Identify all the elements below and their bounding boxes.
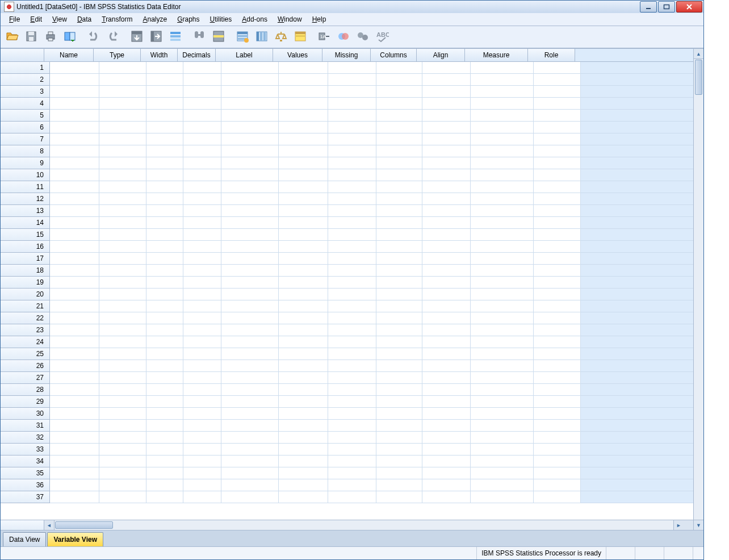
grid-cell[interactable] bbox=[422, 289, 471, 300]
grid-cell[interactable] bbox=[328, 229, 376, 241]
grid-cell[interactable] bbox=[50, 455, 99, 467]
grid-cell[interactable] bbox=[146, 241, 183, 253]
grid-cell[interactable] bbox=[99, 62, 146, 74]
grid-cell[interactable] bbox=[422, 98, 471, 110]
grid-cell[interactable] bbox=[376, 467, 422, 479]
grid-cell[interactable] bbox=[221, 98, 279, 110]
print-button[interactable] bbox=[41, 28, 60, 46]
grid-cell[interactable] bbox=[328, 455, 376, 467]
value-labels-button[interactable]: 1A bbox=[315, 28, 333, 46]
grid-cell[interactable] bbox=[534, 467, 581, 479]
grid-cell[interactable] bbox=[279, 86, 328, 98]
tab-data-view[interactable]: Data View bbox=[3, 532, 46, 546]
grid-cell[interactable] bbox=[146, 110, 183, 122]
grid-cell[interactable] bbox=[146, 324, 183, 336]
grid-cell[interactable] bbox=[183, 300, 221, 312]
grid-cell[interactable] bbox=[221, 420, 279, 432]
grid-cell[interactable] bbox=[422, 277, 471, 289]
grid-cell[interactable] bbox=[534, 444, 581, 455]
grid-cell[interactable] bbox=[376, 408, 422, 420]
grid-cell[interactable] bbox=[99, 396, 146, 408]
grid-cell[interactable] bbox=[183, 420, 221, 432]
grid-cell[interactable] bbox=[50, 122, 99, 133]
grid-cell[interactable] bbox=[534, 324, 581, 336]
insert-case-button[interactable] bbox=[210, 28, 228, 46]
grid-cell[interactable] bbox=[376, 444, 422, 455]
row-header[interactable]: 22 bbox=[1, 312, 50, 324]
grid-cell[interactable] bbox=[99, 360, 146, 372]
grid-cell[interactable] bbox=[471, 133, 534, 145]
grid-cell[interactable] bbox=[534, 277, 581, 289]
grid-cell[interactable] bbox=[50, 110, 99, 122]
grid-cell[interactable] bbox=[146, 86, 183, 98]
grid-cell[interactable] bbox=[376, 432, 422, 444]
grid-cell[interactable] bbox=[534, 479, 581, 491]
grid-cell[interactable] bbox=[99, 312, 146, 324]
grid-cell[interactable] bbox=[471, 324, 534, 336]
column-header-align[interactable]: Align bbox=[417, 49, 465, 61]
column-header-values[interactable]: Values bbox=[273, 49, 322, 61]
grid-cell[interactable] bbox=[99, 122, 146, 133]
grid-cell[interactable] bbox=[534, 312, 581, 324]
grid-cell[interactable] bbox=[146, 133, 183, 145]
grid-cell[interactable] bbox=[146, 479, 183, 491]
grid-cell[interactable] bbox=[376, 98, 422, 110]
grid-cell[interactable] bbox=[422, 348, 471, 360]
grid-cell[interactable] bbox=[534, 229, 581, 241]
grid-cell[interactable] bbox=[328, 396, 376, 408]
grid-cell[interactable] bbox=[99, 300, 146, 312]
grid-cell[interactable] bbox=[422, 408, 471, 420]
grid-cell[interactable] bbox=[279, 432, 328, 444]
grid-cell[interactable] bbox=[50, 420, 99, 432]
grid-cell[interactable] bbox=[471, 122, 534, 133]
grid-cell[interactable] bbox=[146, 491, 183, 503]
grid-cell[interactable] bbox=[279, 181, 328, 193]
grid-cell[interactable] bbox=[422, 420, 471, 432]
grid-cell[interactable] bbox=[471, 157, 534, 169]
grid-cell[interactable] bbox=[50, 372, 99, 384]
maximize-button[interactable] bbox=[658, 1, 675, 12]
grid-cell[interactable] bbox=[422, 491, 471, 503]
grid-cell[interactable] bbox=[183, 62, 221, 74]
grid-cell[interactable] bbox=[376, 205, 422, 217]
grid-cell[interactable] bbox=[376, 455, 422, 467]
menu-analyze[interactable]: Analyze bbox=[137, 13, 172, 26]
grid-cell[interactable] bbox=[471, 348, 534, 360]
row-header[interactable]: 6 bbox=[1, 122, 50, 133]
grid-cell[interactable] bbox=[50, 98, 99, 110]
grid-cell[interactable] bbox=[422, 133, 471, 145]
grid-cell[interactable] bbox=[50, 62, 99, 74]
grid-cell[interactable] bbox=[534, 396, 581, 408]
grid-cell[interactable] bbox=[146, 360, 183, 372]
grid-cell[interactable] bbox=[99, 145, 146, 157]
grid-cell[interactable] bbox=[221, 396, 279, 408]
variables-button[interactable] bbox=[166, 28, 185, 46]
grid-cell[interactable] bbox=[328, 432, 376, 444]
row-header[interactable]: 2 bbox=[1, 74, 50, 86]
grid-cell[interactable] bbox=[376, 396, 422, 408]
grid-cell[interactable] bbox=[471, 336, 534, 348]
column-header-label[interactable]: Label bbox=[216, 49, 273, 61]
grid-cell[interactable] bbox=[221, 444, 279, 455]
grid-cell[interactable] bbox=[376, 169, 422, 181]
menu-data[interactable]: Data bbox=[72, 13, 97, 26]
grid-cell[interactable] bbox=[146, 98, 183, 110]
insert-variable-button[interactable] bbox=[233, 28, 252, 46]
grid-cell[interactable] bbox=[471, 74, 534, 86]
grid-cell[interactable] bbox=[183, 217, 221, 229]
grid-cell[interactable] bbox=[99, 217, 146, 229]
grid-cell[interactable] bbox=[328, 420, 376, 432]
grid-cell[interactable] bbox=[146, 289, 183, 300]
grid-cell[interactable] bbox=[146, 122, 183, 133]
grid-cell[interactable] bbox=[146, 253, 183, 265]
grid-cell[interactable] bbox=[534, 62, 581, 74]
grid-cell[interactable] bbox=[328, 408, 376, 420]
grid-cell[interactable] bbox=[328, 122, 376, 133]
grid-cell[interactable] bbox=[534, 372, 581, 384]
grid-cell[interactable] bbox=[328, 289, 376, 300]
grid-cell[interactable] bbox=[279, 205, 328, 217]
grid-cell[interactable] bbox=[50, 86, 99, 98]
grid-cell[interactable] bbox=[221, 229, 279, 241]
grid-cell[interactable] bbox=[534, 74, 581, 86]
grid-cell[interactable] bbox=[50, 479, 99, 491]
